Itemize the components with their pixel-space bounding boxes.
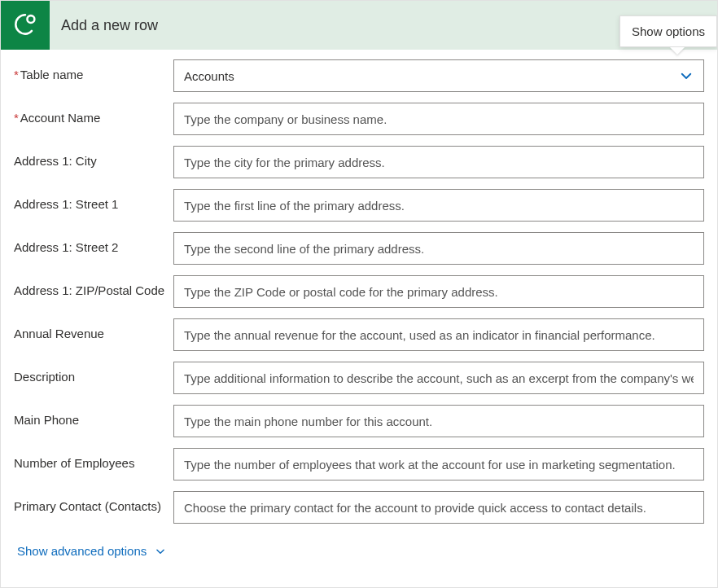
chevron-down-icon <box>155 546 166 557</box>
field-label: Primary Contact (Contacts) <box>14 491 173 515</box>
tooltip-arrow-icon <box>670 47 685 55</box>
table-name-value: Accounts <box>184 69 234 83</box>
chevron-down-icon <box>679 68 694 83</box>
form-body: Table name Accounts Account NameAddress … <box>1 50 717 568</box>
field-label: Account Name <box>14 103 173 126</box>
field-label: Description <box>14 362 173 385</box>
field-label: Address 1: Street 2 <box>14 232 173 256</box>
table-name-select[interactable]: Accounts <box>173 59 704 92</box>
card-header: Add a new row Show options <box>1 1 717 50</box>
svg-point-0 <box>27 15 34 23</box>
card-title: Add a new row <box>50 17 158 34</box>
field-input[interactable] <box>173 448 704 480</box>
field-input[interactable] <box>173 146 704 178</box>
field-input[interactable] <box>173 189 704 222</box>
field-input[interactable] <box>173 362 704 394</box>
field-label: Main Phone <box>14 405 173 428</box>
field-input[interactable] <box>173 491 704 524</box>
field-label: Number of Employees <box>14 448 173 472</box>
field-input[interactable] <box>173 318 704 351</box>
connector-icon <box>1 1 50 50</box>
field-input[interactable] <box>173 405 704 437</box>
show-advanced-options[interactable]: Show advanced options <box>14 534 169 568</box>
label-table-name: Table name <box>14 59 173 83</box>
field-label: Address 1: ZIP/Postal Code <box>14 275 173 299</box>
field-label: Address 1: City <box>14 146 173 169</box>
field-label: Address 1: Street 1 <box>14 189 173 213</box>
field-label: Annual Revenue <box>14 318 173 342</box>
field-input[interactable] <box>173 275 704 308</box>
field-input[interactable] <box>173 232 704 265</box>
field-input[interactable] <box>173 103 704 135</box>
show-options-tooltip[interactable]: Show options <box>619 15 717 47</box>
